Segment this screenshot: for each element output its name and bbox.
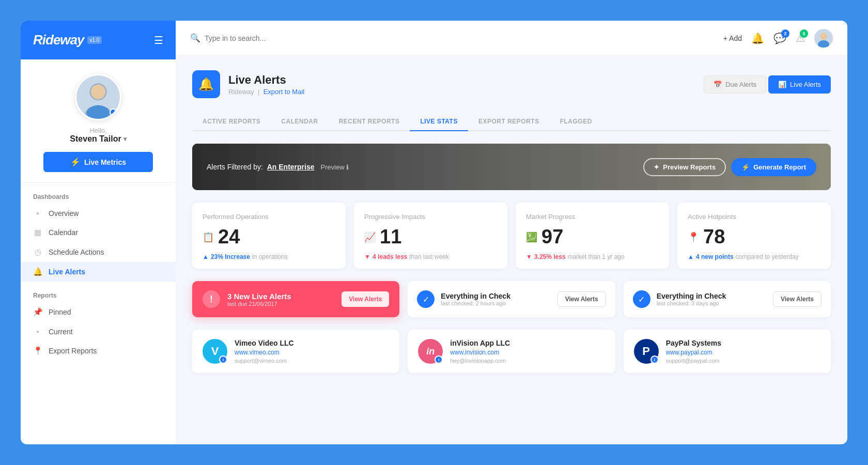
company-card-paypal: P i PayPal Systems www.paypal.com suppor… <box>624 330 831 373</box>
exclamation-icon: ! <box>203 290 220 308</box>
sidebar-logo: Rideway <box>33 32 84 48</box>
svg-point-3 <box>91 85 105 99</box>
arrow-up-icon: ▲ <box>688 253 694 260</box>
stat-icon: 📍 <box>688 231 699 243</box>
sidebar-item-pinned[interactable]: 📌 Pinned <box>21 302 176 322</box>
paypal-logo: P i <box>634 339 659 364</box>
stat-value: 📈 11 <box>364 226 497 248</box>
banner-actions: ✦ Preview Reports ⚡ Generate Report <box>643 158 816 176</box>
banner-preview-label[interactable]: Preview ℹ <box>321 163 349 171</box>
vimeo-name: Vimeo Video LLC <box>235 339 389 347</box>
stat-title: Performed Operations <box>203 213 335 221</box>
vimeo-url[interactable]: www.vimeo.com <box>235 349 280 356</box>
arrow-up-icon: ▲ <box>203 253 209 260</box>
profile-name[interactable]: Steven Tailor ▾ <box>70 134 126 144</box>
export-to-mail-link[interactable]: Export to Mail <box>264 88 304 96</box>
tab-live-alerts[interactable]: 📊 Live Alerts <box>768 75 831 94</box>
bolt-generate-icon: ⚡ <box>741 163 750 171</box>
topbar-right: + Add 🔔 💬 2 ⚠ 5 <box>723 29 833 48</box>
sidebar-item-label: Export Reports <box>49 347 97 355</box>
bolt-icon: ⚡ <box>70 157 81 167</box>
notifications-button[interactable]: 🔔 <box>751 32 764 44</box>
subnav-export-reports[interactable]: EXPORT REPORTS <box>468 113 550 130</box>
banner: Alerts Filtered by: An Enterprise Previe… <box>192 144 831 190</box>
preview-reports-button[interactable]: ✦ Preview Reports <box>643 158 726 176</box>
check-icon-1: ✓ <box>417 290 435 308</box>
company-card-vimeo: V i Vimeo Video LLC www.vimeo.com suppor… <box>192 330 399 373</box>
stat-icon: 💹 <box>526 231 537 243</box>
sidebar-item-calendar[interactable]: ▦ Calendar <box>21 223 176 242</box>
stat-value: 💹 97 <box>526 226 659 248</box>
page-title: Live Alerts <box>228 73 304 87</box>
page-title-wrap: 🔔 Live Alerts Rideway | Export to Mail <box>192 70 304 98</box>
stat-title: Progressive Impacts <box>364 213 497 221</box>
stat-change: ▼ 4 leads less than last week <box>364 253 497 260</box>
view-alerts-button-red[interactable]: View Alerts <box>342 291 389 307</box>
company-card-invision: in i inVision App LLC www.invision.com h… <box>408 330 615 373</box>
export-icon: 📍 <box>33 346 42 355</box>
current-icon: ▪ <box>33 327 42 336</box>
sidebar-item-label: Current <box>49 328 73 336</box>
check-title-2: Everything in Check <box>657 292 767 300</box>
menu-icon[interactable]: ☰ <box>154 34 163 47</box>
view-alerts-button-2[interactable]: View Alerts <box>773 291 822 307</box>
stat-icon: 📈 <box>364 231 376 243</box>
new-alerts-date: last due 21/06/2017 <box>227 301 334 307</box>
subnav-flagged[interactable]: FLAGGED <box>550 113 602 130</box>
sidebar-profile: Hello, Steven Tailor ▾ ⚡ Live Metrics <box>21 59 176 183</box>
new-alerts-card: ! 3 New Live Alerts last due 21/06/2017 … <box>192 281 399 317</box>
sidebar-item-label: Pinned <box>49 308 71 316</box>
paypal-url[interactable]: www.paypal.com <box>666 349 712 356</box>
sidebar-item-export-reports[interactable]: 📍 Export Reports <box>21 341 176 361</box>
check-text-2: Everything in Check last checked: 3 days… <box>657 292 767 306</box>
subnav-recent-reports[interactable]: RECENT REPORTS <box>329 113 410 130</box>
stat-icon: 📋 <box>203 231 214 243</box>
user-avatar[interactable] <box>814 29 833 48</box>
reports-section-title: Reports <box>21 282 176 302</box>
star-icon: ✦ <box>654 163 659 171</box>
sidebar-item-label: Live Alerts <box>49 268 85 276</box>
subnav-calendar[interactable]: CALENDAR <box>271 113 328 130</box>
alerts-button[interactable]: ⚠ 5 <box>796 32 805 44</box>
invision-name: inVision App LLC <box>450 339 605 347</box>
banner-filter-text: Alerts Filtered by: An Enterprise <box>207 163 315 171</box>
search-icon: 🔍 <box>190 33 200 43</box>
stat-card-progressive-impacts: Progressive Impacts 📈 11 ▼ 4 leads less … <box>354 203 507 269</box>
subnav-active-reports[interactable]: ACTIVE REPORTS <box>192 113 271 130</box>
page-header: 🔔 Live Alerts Rideway | Export to Mail 📅 <box>192 70 831 98</box>
check-sub-1: last checked: 2 hours ago <box>441 300 551 306</box>
sidebar-item-schedule-actions[interactable]: ◷ Schedule Actions <box>21 242 176 262</box>
check-alert-card-1: ✓ Everything in Check last checked: 2 ho… <box>408 281 615 317</box>
sidebar-item-label: Calendar <box>49 228 78 237</box>
sidebar-item-current[interactable]: ▪ Current <box>21 322 176 341</box>
header-tabs: 📅 Due Alerts 📊 Live Alerts <box>704 75 831 94</box>
search-input[interactable] <box>205 34 715 42</box>
arrow-down-icon: ▼ <box>364 253 370 260</box>
info-icon: i <box>219 355 227 364</box>
paypal-name: PayPal Systems <box>666 339 820 347</box>
sub-nav: ACTIVE REPORTS CALENDAR RECENT REPORTS L… <box>192 113 831 131</box>
messages-button[interactable]: 💬 2 <box>773 32 786 44</box>
check-icon-2: ✓ <box>633 290 650 308</box>
sidebar-item-overview[interactable]: ▪ Overview <box>21 204 176 223</box>
invision-url[interactable]: www.invision.com <box>450 349 499 356</box>
stat-change: ▼ 3.25% less market than 1 yr ago <box>526 253 659 260</box>
alerts-row: ! 3 New Live Alerts last due 21/06/2017 … <box>192 281 831 317</box>
check-alert-card-2: ✓ Everything in Check last checked: 3 da… <box>624 281 831 317</box>
generate-report-button[interactable]: ⚡ Generate Report <box>731 158 816 176</box>
clock-icon: ◷ <box>33 247 42 257</box>
message-badge: 2 <box>781 29 789 38</box>
dashboards-section-title: Dashboards <box>21 183 176 204</box>
vimeo-email: support@vimeo.com <box>235 358 389 364</box>
new-alerts-text: 3 New Live Alerts last due 21/06/2017 <box>227 292 334 307</box>
invision-email: hey@invisionapp.com <box>450 358 605 364</box>
subnav-live-stats[interactable]: LIVE STATS <box>410 113 468 130</box>
add-button[interactable]: + Add <box>723 34 742 42</box>
banner-filter-value[interactable]: An Enterprise <box>267 163 315 171</box>
live-metrics-button[interactable]: ⚡ Live Metrics <box>43 152 153 172</box>
avatar <box>75 74 121 120</box>
view-alerts-button-1[interactable]: View Alerts <box>557 291 606 307</box>
tab-due-alerts[interactable]: 📅 Due Alerts <box>704 75 766 94</box>
sidebar-item-live-alerts[interactable]: 🔔 Live Alerts <box>21 262 176 282</box>
paypal-email: support@paypal.com <box>666 358 820 364</box>
